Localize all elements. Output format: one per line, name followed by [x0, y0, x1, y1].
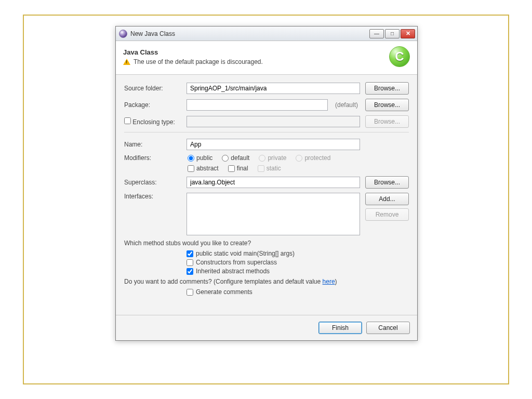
package-label: Package: [124, 101, 181, 109]
window-title: New Java Class [130, 30, 369, 37]
source-folder-input[interactable] [187, 83, 360, 94]
superclass-label: Superclass: [124, 179, 181, 186]
modifier-final[interactable]: final [228, 165, 248, 172]
warning-icon [123, 59, 130, 65]
generate-comments-option[interactable]: Generate comments [187, 288, 409, 296]
stub-inherited-option[interactable]: Inherited abstract methods [187, 268, 409, 275]
stubs-question: Which method stubs would you like to cre… [124, 240, 409, 247]
stub-inherited-checkbox[interactable] [187, 268, 193, 275]
titlebar[interactable]: New Java Class — □ ✕ [116, 26, 417, 41]
stub-main-checkbox[interactable] [187, 250, 193, 257]
modifier-private: private [259, 154, 286, 162]
package-default-tag: (default) [333, 101, 360, 109]
interfaces-list[interactable] [187, 193, 360, 235]
modifier-default[interactable]: default [222, 154, 249, 162]
modifier-protected: protected [296, 154, 330, 162]
name-label: Name: [124, 141, 181, 148]
superclass-browse-button[interactable]: Browse... [365, 176, 409, 189]
enclosing-type-browse-button: Browse... [365, 115, 409, 128]
modifiers-label: Modifiers: [124, 154, 181, 162]
interfaces-remove-button: Remove [365, 208, 409, 221]
stub-constructors-checkbox[interactable] [187, 259, 193, 266]
package-input[interactable] [187, 99, 328, 111]
banner-title: Java Class [123, 48, 389, 56]
modifier-public[interactable]: public [188, 154, 212, 162]
cancel-button[interactable]: Cancel [366, 322, 410, 334]
class-icon: C [389, 46, 410, 67]
generate-comments-checkbox[interactable] [187, 289, 193, 296]
comments-question: Do you want to add comments? (Configure … [124, 278, 409, 285]
modifier-static: static [258, 165, 281, 172]
package-browse-button[interactable]: Browse... [365, 99, 409, 111]
maximize-button[interactable]: □ [385, 29, 400, 38]
interfaces-add-button[interactable]: Add... [365, 193, 409, 205]
dialog-footer: Finish Cancel [116, 315, 417, 340]
name-input[interactable] [187, 139, 360, 150]
enclosing-type-option[interactable]: Enclosing type: [124, 118, 175, 126]
banner-message: The use of the default package is discou… [134, 58, 263, 65]
minimize-button[interactable]: — [369, 29, 384, 38]
source-folder-browse-button[interactable]: Browse... [365, 82, 409, 95]
source-folder-label: Source folder: [124, 85, 181, 92]
interfaces-label: Interfaces: [124, 193, 181, 200]
new-java-class-dialog: New Java Class — □ ✕ Java Class The use … [115, 26, 418, 341]
enclosing-type-checkbox[interactable] [124, 117, 131, 124]
eclipse-icon [119, 30, 127, 38]
separator [124, 132, 409, 132]
stub-constructors-option[interactable]: Constructors from superclass [187, 259, 409, 266]
close-button[interactable]: ✕ [401, 29, 415, 38]
modifier-abstract[interactable]: abstract [188, 165, 219, 172]
dialog-banner: Java Class The use of the default packag… [116, 41, 417, 75]
stub-main-option[interactable]: public static void main(String[] args) [187, 250, 409, 257]
enclosing-type-input [187, 116, 360, 127]
finish-button[interactable]: Finish [318, 322, 362, 334]
configure-templates-link[interactable]: here [323, 278, 335, 285]
superclass-input[interactable] [187, 177, 360, 188]
